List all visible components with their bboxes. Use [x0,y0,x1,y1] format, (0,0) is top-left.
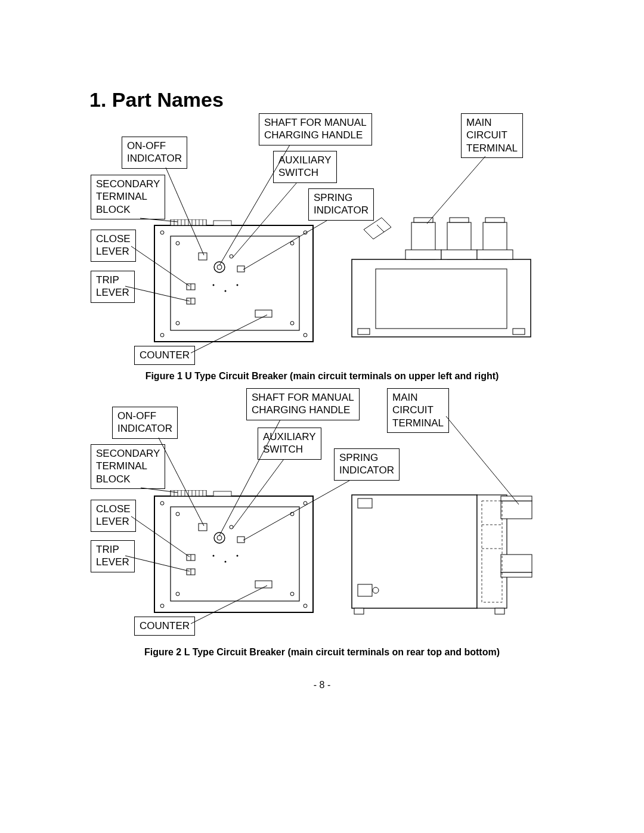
svg-rect-39 [405,250,441,259]
label-counter: COUNTER [134,346,195,365]
svg-rect-48 [513,329,525,335]
svg-rect-44 [485,218,504,222]
label-on-off-indicator-2: ON-OFF INDICATOR [112,407,178,439]
label-main-circuit-terminal: MAIN CIRCUIT TERMINAL [461,113,523,158]
label-secondary-terminal-block-2: SECONDARY TERMINAL BLOCK [91,444,165,489]
svg-rect-101 [358,584,372,596]
figure2-caption: Figure 2 L Type Circuit Breaker (main ci… [0,647,644,658]
svg-rect-94 [501,501,532,519]
label-shaft-for-manual-charging-handle: SHAFT FOR MANUAL CHARGING HANDLE [259,113,372,145]
svg-rect-104 [354,608,364,614]
label-trip-lever: TRIP LEVER [91,271,135,303]
label-main-circuit-terminal-2: MAIN CIRCUIT TERMINAL [387,388,449,433]
label-spring-indicator: SPRING INDICATOR [308,188,374,221]
figure1-side-drawing [346,212,537,343]
svg-rect-30 [255,310,272,317]
svg-rect-40 [441,250,477,259]
label-counter-2: COUNTER [134,617,195,636]
label-on-off-indicator: ON-OFF INDICATOR [122,137,187,169]
figure1-caption: Figure 1 U Type Circuit Breaker (main ci… [0,371,644,382]
svg-rect-47 [358,329,370,335]
svg-point-90 [225,561,227,563]
figure2-side-drawing [346,483,537,620]
svg-marker-45 [364,218,391,239]
label-close-lever: CLOSE LEVER [91,230,136,262]
label-auxiliary-switch-2: AUXILIARY SWITCH [258,428,321,460]
label-spring-indicator-2: SPRING INDICATOR [334,448,400,481]
svg-rect-25 [237,266,244,272]
svg-rect-43 [450,218,469,222]
svg-rect-95 [501,496,532,501]
svg-rect-81 [199,524,207,531]
svg-rect-96 [501,555,532,572]
svg-rect-42 [414,218,433,222]
svg-rect-12 [213,221,231,225]
svg-point-32 [225,290,227,292]
svg-point-33 [237,284,239,286]
page-number: - 8 - [0,680,644,690]
svg-rect-103 [358,498,372,508]
svg-point-89 [213,555,215,557]
svg-rect-88 [255,581,272,588]
label-secondary-terminal-block: SECONDARY TERMINAL BLOCK [91,175,165,219]
label-auxiliary-switch: AUXILIARY SWITCH [273,151,337,183]
section-title: 1. Part Names [89,88,224,112]
svg-point-31 [213,284,215,286]
svg-point-91 [237,555,239,557]
svg-rect-70 [213,491,231,496]
label-close-lever-2: CLOSE LEVER [91,500,136,532]
figure2-front-drawing [154,490,314,613]
label-shaft-for-manual-charging-handle-2: SHAFT FOR MANUAL CHARGING HANDLE [246,388,360,420]
svg-rect-23 [199,253,207,260]
svg-rect-41 [477,250,513,259]
svg-rect-83 [237,537,244,543]
label-trip-lever-2: TRIP LEVER [91,540,135,572]
figure1-front-drawing [154,219,314,342]
svg-rect-35 [376,269,507,329]
svg-rect-105 [495,608,504,614]
svg-rect-59 [171,507,299,601]
svg-rect-97 [501,572,532,577]
svg-rect-1 [171,236,299,330]
